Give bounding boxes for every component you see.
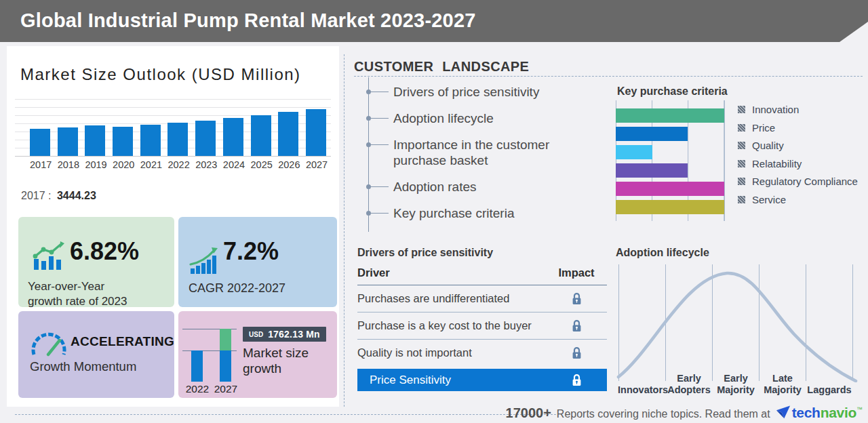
market-xlabel: 2023 xyxy=(195,159,216,170)
kp-legend-item: Quality xyxy=(738,140,858,151)
technavio-arrow-icon xyxy=(776,405,791,420)
stage-label-line: Early xyxy=(665,373,713,384)
market-size-title: Market Size Outlook (USD Million) xyxy=(20,65,301,84)
yoy-growth-label: Year-over-Year growth rate of 2023 xyxy=(28,279,127,309)
kp-legend-item: Price xyxy=(738,122,858,134)
stage-laggards: Laggards xyxy=(805,384,854,396)
customer-landscape-title: CUSTOMER LANDSCAPE xyxy=(354,59,529,75)
kp-bar-quality xyxy=(616,145,652,159)
brand-trademark: ™ xyxy=(856,406,863,413)
stage-label-line: Innovators xyxy=(618,384,667,396)
kp-legend-item: Relatability xyxy=(738,158,858,169)
report-count: 17000+ xyxy=(506,405,551,421)
legend-swatch-icon xyxy=(738,196,745,203)
market-xlabel: 2026 xyxy=(278,159,298,170)
kp-bar-relatability xyxy=(616,163,688,178)
stage-label-line: Majority xyxy=(711,384,760,396)
market-bar-2017 xyxy=(30,129,50,156)
landscape-item: Drivers of price sensitivity xyxy=(393,84,576,100)
kp-legend-label: Service xyxy=(752,194,786,205)
technavio-logo[interactable]: tech navio ™ xyxy=(776,403,863,421)
stage-label-line: Late xyxy=(758,373,807,384)
growth-curve-icon xyxy=(189,247,219,274)
market-xlabel: 2022 xyxy=(167,159,188,170)
table-rows: Purchases are undifferentiated Purchase … xyxy=(357,285,607,366)
market-bar-2027 xyxy=(306,109,326,156)
market-growth-box: 2022 2027 USD 1762.13 Mn Market size gro… xyxy=(178,311,337,398)
kp-legend: InnovationPriceQualityRelatabilityRegula… xyxy=(738,104,858,205)
footer-text: Reports covering niche topics. Read them… xyxy=(557,408,770,420)
legend-swatch-icon xyxy=(738,106,745,113)
stage-early-adopters: EarlyAdopters xyxy=(665,373,713,396)
kp-bar-price xyxy=(616,127,688,141)
market-bar-2019 xyxy=(85,125,105,156)
growth-label: Market size growth xyxy=(243,345,309,376)
customer-landscape-list: Drivers of price sensitivityAdoption lif… xyxy=(368,77,576,232)
stage-label-line: Laggards xyxy=(805,384,854,396)
driver-label: Purchases are undifferentiated xyxy=(357,292,509,305)
market-bars xyxy=(30,109,326,156)
brand-prefix: tech xyxy=(792,405,821,421)
page-title: Global Industrial Pump Rental Market 202… xyxy=(20,9,476,32)
market-bar-2021 xyxy=(140,125,161,156)
growth-year-start: 2022 xyxy=(182,383,212,395)
brand-suffix: navio xyxy=(821,405,856,421)
growth-segment xyxy=(220,329,231,350)
legend-swatch-icon xyxy=(738,124,745,132)
momentum-label: Growth Momentum xyxy=(30,359,136,374)
lock-icon xyxy=(546,374,607,386)
highlight-label: Price Sensitivity xyxy=(357,374,451,387)
table-row: Purchases are undifferentiated xyxy=(357,285,607,313)
growth-momentum-box: ACCELERATING Growth Momentum xyxy=(18,311,174,398)
growth-bar-2027 xyxy=(220,329,231,382)
lock-icon xyxy=(546,346,607,359)
kp-bar-regulatory-compliance xyxy=(616,182,724,196)
market-xlabel: 2025 xyxy=(251,159,271,170)
yoy-growth-value: 6.82% xyxy=(70,237,139,266)
market-xlabels: 2017201820192020202120222023202420252026… xyxy=(30,159,326,170)
kp-bar-service xyxy=(616,200,724,214)
key-purchase-chart xyxy=(616,100,725,221)
market-xlabel: 2019 xyxy=(85,159,105,170)
ribbon-corner-cut xyxy=(840,22,868,42)
market-bar-2023 xyxy=(195,121,216,156)
kp-legend-item: Regulatory Compliance xyxy=(738,176,858,187)
col-impact: Impact xyxy=(546,266,607,279)
legend-swatch-icon xyxy=(738,160,745,167)
market-xlabel: 2021 xyxy=(140,159,161,170)
market-size-card: Market Size Outlook (USD Million) 201720… xyxy=(7,46,339,407)
market-bar-2022 xyxy=(167,123,188,156)
customer-landscape-underline xyxy=(354,76,863,77)
kp-bar-innovation xyxy=(616,108,724,123)
growth-mini-chart xyxy=(185,325,241,382)
stage-label-line: Early xyxy=(711,373,760,384)
bar-trend-icon xyxy=(32,241,66,271)
footer-divider xyxy=(15,414,556,415)
growth-currency: USD xyxy=(249,331,263,338)
landscape-item: Key purchase criteria xyxy=(393,205,576,221)
landscape-item: Adoption lifecycle xyxy=(393,110,576,126)
stage-innovators: Innovators xyxy=(618,384,667,396)
stage-late-majority: LateMajority xyxy=(758,373,807,396)
growth-amount: 1762.13 Mn xyxy=(268,329,320,340)
adoption-stage-labels: InnovatorsEarlyAdoptersEarlyMajorityLate… xyxy=(616,365,861,396)
market-xlabel: 2017 xyxy=(30,159,50,170)
lock-icon xyxy=(546,319,607,332)
table-row: Quality is not important xyxy=(357,340,607,366)
cagr-label: CAGR 2022-2027 xyxy=(189,281,285,296)
adoption-lifecycle-title: Adoption lifecycle xyxy=(616,247,709,259)
stage-early-majority: EarlyMajority xyxy=(711,373,760,396)
market-xlabel: 2024 xyxy=(223,159,243,170)
stage-label-line: Adopters xyxy=(665,384,713,396)
driver-label: Purchase is a key cost to the buyer xyxy=(357,319,532,332)
header-bar: Global Industrial Pump Rental Market 202… xyxy=(0,0,868,42)
market-bar-2025 xyxy=(251,115,271,156)
base-year-value: 2017 : 3444.23 xyxy=(21,190,96,202)
market-xlabel: 2018 xyxy=(58,159,78,170)
price-sensitivity-highlight-row: Price Sensitivity xyxy=(357,369,607,391)
speedometer-icon xyxy=(31,329,67,357)
market-bar-2018 xyxy=(58,127,78,156)
growth-bar-2022 xyxy=(191,350,203,382)
yoy-growth-box: 6.82% Year-over-Year growth rate of 2023 xyxy=(18,217,174,307)
table-row: Purchase is a key cost to the buyer xyxy=(357,313,607,340)
